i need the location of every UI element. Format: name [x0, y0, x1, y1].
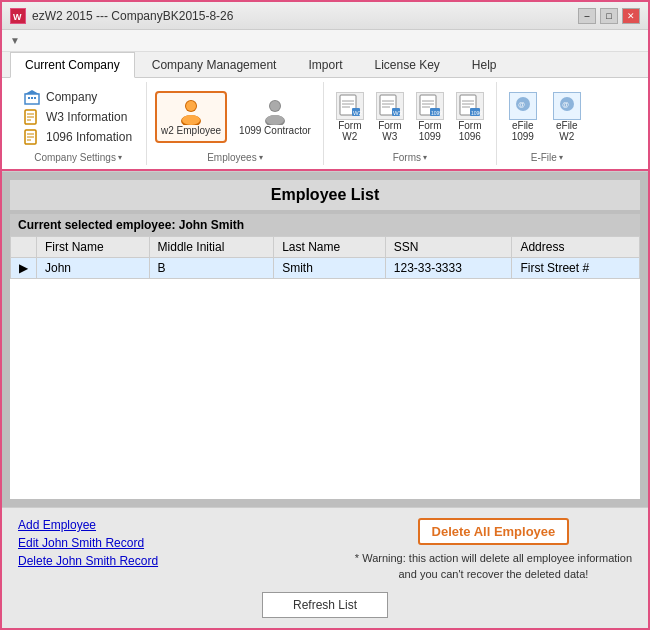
col-last-name: Last Name: [274, 237, 386, 258]
employees-items: w2 Employee 1099 Contractor: [155, 84, 315, 150]
form-w3-button[interactable]: W3 FormW3: [372, 90, 408, 144]
bottom-row: Add Employee Edit John Smith Record Dele…: [18, 518, 632, 582]
col-ssn: SSN: [385, 237, 512, 258]
company-icon: [24, 89, 40, 105]
maximize-button[interactable]: □: [600, 8, 618, 24]
tab-import[interactable]: Import: [293, 52, 357, 77]
svg-rect-4: [31, 97, 33, 99]
edit-record-link[interactable]: Edit John Smith Record: [18, 536, 158, 550]
row-indicator: ▶: [11, 258, 37, 279]
tab-license-key[interactable]: License Key: [359, 52, 454, 77]
1099-contractor-icon: [261, 97, 289, 125]
minimize-button[interactable]: –: [578, 8, 596, 24]
ribbon-group-efile: @ eFile1099 @ eFileW2: [497, 82, 597, 165]
efile-w2-icon: @: [553, 92, 581, 120]
form-1099-label: Form1099: [418, 120, 441, 142]
efile-expand-icon[interactable]: ▾: [559, 153, 563, 162]
employee-table: First Name Middle Initial Last Name SSN …: [10, 236, 640, 279]
employees-expand-icon[interactable]: ▾: [259, 153, 263, 162]
svg-marker-6: [25, 90, 39, 94]
refresh-list-button[interactable]: Refresh List: [262, 592, 388, 618]
ribbon-content: Company W3 Informati: [2, 78, 648, 171]
1099-contractor-label: 1099 Contractor: [239, 125, 311, 137]
w2-employee-label: w2 Employee: [161, 125, 221, 137]
tab-help[interactable]: Help: [457, 52, 512, 77]
table-row[interactable]: ▶ John B Smith 123-33-3333 First Street …: [11, 258, 640, 279]
efile-1099-icon: @: [509, 92, 537, 120]
bottom-right: Delete All Employee * Warning: this acti…: [355, 518, 632, 582]
forms-group-label: Forms ▾: [332, 150, 488, 163]
efile-w2-label: eFileW2: [556, 120, 578, 142]
window-title: ezW2 2015 --- CompanyBK2015-8-26: [32, 9, 233, 23]
1096-label: 1096 Infomation: [46, 130, 132, 144]
delete-all-button[interactable]: Delete All Employee: [418, 518, 570, 545]
efile-1099-label: eFile1099: [512, 120, 534, 142]
company-label: Company: [46, 90, 97, 104]
ribbon-group-employees: w2 Employee 1099 Contractor: [147, 82, 324, 165]
warning-text: * Warning: this action will delete all e…: [355, 551, 632, 582]
tab-current-company[interactable]: Current Company: [10, 52, 135, 78]
main-window: W ezW2 2015 --- CompanyBK2015-8-26 – □ ✕…: [0, 0, 650, 630]
svg-rect-3: [28, 97, 30, 99]
svg-text:W: W: [13, 12, 22, 22]
current-selected-bar: Current selected employee: John Smith: [10, 214, 640, 236]
current-selected-label: Current selected employee:: [18, 218, 175, 232]
warning-line2: and you can't recover the deleted data!: [355, 567, 632, 582]
title-controls: – □ ✕: [578, 8, 640, 24]
efile-1099-button[interactable]: @ eFile1099: [505, 90, 541, 144]
form-1096-label: Form1096: [458, 120, 481, 142]
sidebar-item-w3[interactable]: W3 Information: [20, 108, 136, 126]
form-1099-icon: 1099: [416, 92, 444, 120]
employee-table-area: First Name Middle Initial Last Name SSN …: [10, 236, 640, 499]
cell-last-name: Smith: [274, 258, 386, 279]
efile-w2-button[interactable]: @ eFileW2: [549, 90, 585, 144]
delete-record-link[interactable]: Delete John Smith Record: [18, 554, 158, 568]
form-1099-button[interactable]: 1099 Form1099: [412, 90, 448, 144]
cell-ssn: 123-33-3333: [385, 258, 512, 279]
tab-company-management[interactable]: Company Management: [137, 52, 292, 77]
col-indicator: [11, 237, 37, 258]
cell-address: First Street #: [512, 258, 640, 279]
1096-icon: [24, 129, 40, 145]
forms-items: W2 FormW2: [332, 84, 488, 150]
add-employee-link[interactable]: Add Employee: [18, 518, 158, 532]
svg-text:W3: W3: [393, 110, 402, 116]
bottom-area: Add Employee Edit John Smith Record Dele…: [2, 507, 648, 628]
expand-icon[interactable]: ▾: [118, 153, 122, 162]
form-1096-icon: 1096: [456, 92, 484, 120]
col-first-name: First Name: [37, 237, 150, 258]
ribbon: Current Company Company Management Impor…: [2, 52, 648, 172]
forms-expand-icon[interactable]: ▾: [423, 153, 427, 162]
title-bar-left: W ezW2 2015 --- CompanyBK2015-8-26: [10, 8, 233, 24]
form-w3-label: FormW3: [378, 120, 401, 142]
ribbon-tabs: Current Company Company Management Impor…: [2, 52, 648, 78]
w2-employee-button[interactable]: w2 Employee: [155, 91, 227, 143]
close-button[interactable]: ✕: [622, 8, 640, 24]
svg-text:1096: 1096: [471, 110, 482, 116]
app-icon: W: [10, 8, 26, 24]
w2-employee-icon: [177, 97, 205, 125]
ribbon-group-company-settings: Company W3 Informati: [10, 82, 147, 165]
form-w2-button[interactable]: W2 FormW2: [332, 90, 368, 144]
table-header-row: First Name Middle Initial Last Name SSN …: [11, 237, 640, 258]
company-settings-group-label: Company Settings ▾: [18, 150, 138, 163]
1099-contractor-button[interactable]: 1099 Contractor: [235, 95, 315, 139]
quick-access-toolbar: ▼: [2, 30, 648, 52]
svg-point-22: [266, 115, 284, 125]
form-w2-icon: W2: [336, 92, 364, 120]
sidebar-item-company[interactable]: Company: [20, 88, 136, 106]
svg-point-16: [186, 101, 196, 111]
main-content: Employee List Current selected employee:…: [2, 172, 648, 507]
warning-line1: * Warning: this action will delete all e…: [355, 551, 632, 566]
svg-text:@: @: [562, 101, 569, 108]
col-address: Address: [512, 237, 640, 258]
svg-text:W2: W2: [353, 110, 362, 116]
w3-icon: [24, 109, 40, 125]
sidebar-item-1096[interactable]: 1096 Infomation: [20, 128, 136, 146]
efile-group-label: E-File ▾: [505, 150, 589, 163]
efile-items: @ eFile1099 @ eFileW2: [505, 84, 589, 150]
form-1096-button[interactable]: 1096 Form1096: [452, 90, 488, 144]
svg-rect-5: [34, 97, 36, 99]
cell-first-name: John: [37, 258, 150, 279]
svg-point-18: [182, 115, 200, 125]
